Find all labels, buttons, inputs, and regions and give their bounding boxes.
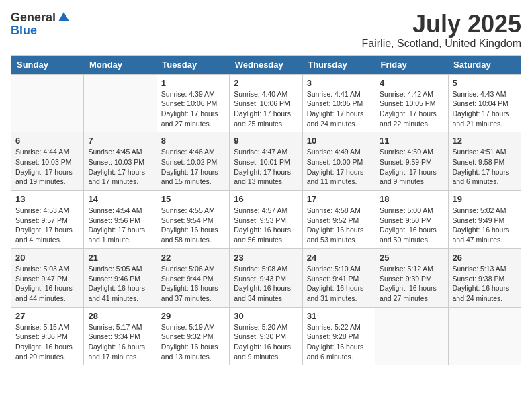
day-number: 7 [88,136,152,146]
column-header-friday: Friday [375,55,448,74]
day-info: Sunrise: 5:22 AMSunset: 9:28 PMDaylight:… [307,322,371,362]
day-info: Sunrise: 4:57 AMSunset: 9:53 PMDaylight:… [234,205,298,245]
calendar-cell: 12 Sunrise: 4:51 AMSunset: 9:58 PMDaylig… [448,132,521,191]
day-info: Sunrise: 4:40 AMSunset: 10:06 PMDaylight… [234,89,298,129]
calendar-cell: 30 Sunrise: 5:20 AMSunset: 9:30 PMDaylig… [230,307,302,365]
title-section: July 2025 Fairlie, Scotland, United King… [362,11,521,50]
day-number: 27 [15,311,79,321]
day-number: 10 [307,136,371,146]
column-header-tuesday: Tuesday [157,55,229,74]
day-number: 30 [234,311,298,321]
calendar-cell: 2 Sunrise: 4:40 AMSunset: 10:06 PMDaylig… [230,74,302,132]
day-number: 2 [234,78,298,88]
day-info: Sunrise: 4:39 AMSunset: 10:06 PMDaylight… [161,89,225,129]
calendar-cell: 20 Sunrise: 5:03 AMSunset: 9:47 PMDaylig… [11,248,84,307]
page-header: General Blue July 2025 Fairlie, Scotland… [11,11,521,50]
day-number: 29 [161,311,225,321]
day-info: Sunrise: 5:00 AMSunset: 9:50 PMDaylight:… [380,205,443,245]
day-info: Sunrise: 4:42 AMSunset: 10:05 PMDaylight… [380,89,443,129]
day-number: 28 [88,311,152,321]
day-info: Sunrise: 5:12 AMSunset: 9:39 PMDaylight:… [380,264,443,304]
calendar-week-row: 1 Sunrise: 4:39 AMSunset: 10:06 PMDaylig… [11,74,521,132]
day-number: 3 [307,78,371,88]
day-number: 9 [234,136,298,146]
calendar-cell: 6 Sunrise: 4:44 AMSunset: 10:03 PMDaylig… [11,132,84,191]
logo-blue: Blue [11,24,37,37]
calendar-cell: 7 Sunrise: 4:45 AMSunset: 10:03 PMDaylig… [84,132,157,191]
day-info: Sunrise: 4:44 AMSunset: 10:03 PMDaylight… [15,147,79,187]
calendar-cell: 19 Sunrise: 5:02 AMSunset: 9:49 PMDaylig… [448,191,521,249]
calendar-cell: 16 Sunrise: 4:57 AMSunset: 9:53 PMDaylig… [230,191,302,249]
day-number: 21 [88,253,152,263]
day-info: Sunrise: 5:06 AMSunset: 9:44 PMDaylight:… [161,264,225,304]
day-number: 26 [453,253,517,263]
day-number: 4 [380,78,443,88]
day-number: 17 [307,194,371,204]
calendar-cell: 17 Sunrise: 4:58 AMSunset: 9:52 PMDaylig… [302,191,375,249]
calendar-cell: 13 Sunrise: 4:53 AMSunset: 9:57 PMDaylig… [11,191,84,249]
column-header-thursday: Thursday [302,55,375,74]
calendar-cell: 15 Sunrise: 4:55 AMSunset: 9:54 PMDaylig… [157,191,229,249]
calendar-cell [11,74,84,132]
day-number: 18 [380,194,443,204]
day-number: 6 [15,136,79,146]
day-info: Sunrise: 4:58 AMSunset: 9:52 PMDaylight:… [307,205,371,245]
day-number: 20 [15,253,79,263]
calendar-cell: 29 Sunrise: 5:19 AMSunset: 9:32 PMDaylig… [157,307,229,365]
calendar-cell [375,307,448,365]
day-info: Sunrise: 4:41 AMSunset: 10:05 PMDaylight… [307,89,371,129]
calendar-cell [84,74,157,132]
day-info: Sunrise: 4:46 AMSunset: 10:02 PMDaylight… [161,147,225,187]
day-info: Sunrise: 4:51 AMSunset: 9:58 PMDaylight:… [453,147,517,187]
logo: General Blue [11,11,71,37]
day-info: Sunrise: 5:10 AMSunset: 9:41 PMDaylight:… [307,264,371,304]
location-title: Fairlie, Scotland, United Kingdom [362,38,521,50]
calendar-cell: 21 Sunrise: 5:05 AMSunset: 9:46 PMDaylig… [84,248,157,307]
day-info: Sunrise: 5:20 AMSunset: 9:30 PMDaylight:… [234,322,298,362]
day-info: Sunrise: 4:47 AMSunset: 10:01 PMDaylight… [234,147,298,187]
day-number: 16 [234,194,298,204]
calendar-cell: 28 Sunrise: 5:17 AMSunset: 9:34 PMDaylig… [84,307,157,365]
day-number: 14 [88,194,152,204]
calendar-header-row: SundayMondayTuesdayWednesdayThursdayFrid… [11,55,521,74]
logo-icon [57,11,71,24]
day-info: Sunrise: 5:03 AMSunset: 9:47 PMDaylight:… [15,264,79,304]
calendar-cell: 22 Sunrise: 5:06 AMSunset: 9:44 PMDaylig… [157,248,229,307]
day-info: Sunrise: 5:15 AMSunset: 9:36 PMDaylight:… [15,322,79,362]
day-number: 24 [307,253,371,263]
day-info: Sunrise: 5:19 AMSunset: 9:32 PMDaylight:… [161,322,225,362]
day-number: 15 [161,194,225,204]
calendar-cell: 25 Sunrise: 5:12 AMSunset: 9:39 PMDaylig… [375,248,448,307]
calendar-cell: 23 Sunrise: 5:08 AMSunset: 9:43 PMDaylig… [230,248,302,307]
day-number: 11 [380,136,443,146]
calendar-cell: 8 Sunrise: 4:46 AMSunset: 10:02 PMDaylig… [157,132,229,191]
calendar-week-row: 13 Sunrise: 4:53 AMSunset: 9:57 PMDaylig… [11,191,521,249]
calendar-cell [448,307,521,365]
day-number: 23 [234,253,298,263]
calendar-week-row: 27 Sunrise: 5:15 AMSunset: 9:36 PMDaylig… [11,307,521,365]
day-number: 1 [161,78,225,88]
day-info: Sunrise: 5:08 AMSunset: 9:43 PMDaylight:… [234,264,298,304]
column-header-monday: Monday [84,55,157,74]
day-info: Sunrise: 5:17 AMSunset: 9:34 PMDaylight:… [88,322,152,362]
column-header-wednesday: Wednesday [230,55,302,74]
calendar-cell: 31 Sunrise: 5:22 AMSunset: 9:28 PMDaylig… [302,307,375,365]
calendar-cell: 18 Sunrise: 5:00 AMSunset: 9:50 PMDaylig… [375,191,448,249]
logo-general: General [11,11,56,24]
calendar-cell: 14 Sunrise: 4:54 AMSunset: 9:56 PMDaylig… [84,191,157,249]
calendar-cell: 1 Sunrise: 4:39 AMSunset: 10:06 PMDaylig… [157,74,229,132]
calendar-cell: 3 Sunrise: 4:41 AMSunset: 10:05 PMDaylig… [302,74,375,132]
day-number: 13 [15,194,79,204]
day-info: Sunrise: 5:13 AMSunset: 9:38 PMDaylight:… [453,264,517,304]
day-info: Sunrise: 4:54 AMSunset: 9:56 PMDaylight:… [88,205,152,245]
calendar-week-row: 6 Sunrise: 4:44 AMSunset: 10:03 PMDaylig… [11,132,521,191]
calendar-cell: 4 Sunrise: 4:42 AMSunset: 10:05 PMDaylig… [375,74,448,132]
calendar-cell: 26 Sunrise: 5:13 AMSunset: 9:38 PMDaylig… [448,248,521,307]
calendar-cell: 27 Sunrise: 5:15 AMSunset: 9:36 PMDaylig… [11,307,84,365]
column-header-saturday: Saturday [448,55,521,74]
month-title: July 2025 [362,11,521,38]
day-info: Sunrise: 4:49 AMSunset: 10:00 PMDaylight… [307,147,371,187]
day-number: 12 [453,136,517,146]
day-info: Sunrise: 4:55 AMSunset: 9:54 PMDaylight:… [161,205,225,245]
calendar-cell: 11 Sunrise: 4:50 AMSunset: 9:59 PMDaylig… [375,132,448,191]
